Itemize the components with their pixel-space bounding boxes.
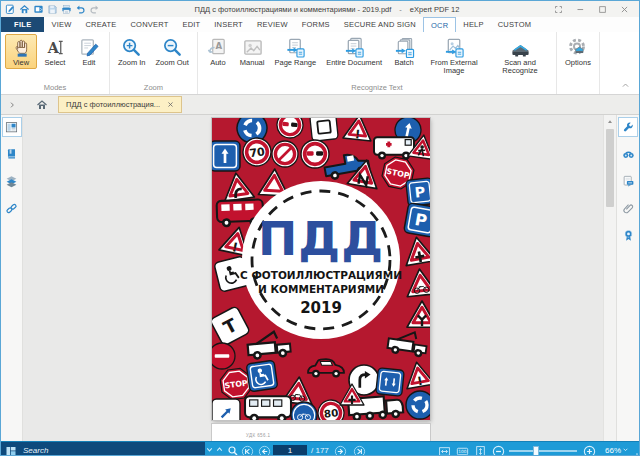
print-icon[interactable]: [61, 4, 72, 15]
ribbon-button-manual[interactable]: Manual: [236, 34, 269, 69]
menu-tab-help[interactable]: HELP: [456, 17, 490, 32]
next-page-icon[interactable]: [334, 445, 347, 456]
ribbon-button-zoom-out[interactable]: Zoom Out: [152, 34, 193, 69]
page-number-input[interactable]: 1: [273, 445, 307, 456]
actual-size-icon[interactable]: 100: [456, 445, 469, 456]
ribbon-button-zoom-in[interactable]: Zoom In: [114, 34, 150, 69]
undo-icon[interactable]: [75, 4, 86, 15]
options-icon: [567, 37, 588, 58]
ribbon-button-select[interactable]: ASelect: [39, 34, 71, 69]
vertical-scrollbar[interactable]: [603, 115, 616, 441]
application-window: ПДД с фотоиллюстрациями и комментариями …: [0, 0, 640, 456]
fit-width-icon[interactable]: [438, 445, 451, 456]
fit-page-icon[interactable]: [474, 445, 487, 456]
ribbon-button-label: Manual: [240, 59, 265, 67]
select-icon: A: [45, 37, 66, 58]
pages-panel-icon[interactable]: [5, 445, 17, 456]
window-title: ПДД с фотоиллюстрациями и комментариями …: [100, 5, 554, 14]
search-prev-icon[interactable]: [215, 445, 224, 456]
bookmarks-icon: [5, 148, 18, 161]
ribbon-button-edit[interactable]: Edit: [73, 34, 105, 69]
scrollbar-thumb[interactable]: [606, 129, 614, 207]
document-tab-bar: ПДД с фотоиллюстрация...: [1, 95, 639, 115]
tab-close-icon[interactable]: [167, 101, 174, 108]
maximize-icon[interactable]: [598, 5, 607, 14]
ribbon-button-view[interactable]: View: [5, 34, 37, 69]
search-magnifier-icon[interactable]: [227, 445, 239, 456]
left-panel-tab-links[interactable]: [2, 198, 22, 218]
ribbon-button-label: Auto: [210, 59, 225, 67]
save-icon[interactable]: [47, 4, 58, 15]
panel-expand-button[interactable]: [1, 101, 23, 109]
zoom-slider-handle[interactable]: [533, 446, 539, 456]
open-document-icon[interactable]: [33, 4, 44, 15]
close-icon[interactable]: [620, 5, 629, 14]
layers-icon: [5, 175, 18, 188]
ribbon-button-label: Scan and Recognize: [492, 59, 548, 75]
ribbon-button-options[interactable]: Options: [561, 34, 595, 69]
menu-tab-edit[interactable]: EDIT: [175, 17, 207, 32]
menu-tab-ocr[interactable]: OCR: [423, 17, 456, 32]
zoom-out-circle-icon[interactable]: [492, 445, 505, 456]
ocr-image-icon: [444, 37, 465, 58]
menu-tab-file[interactable]: FILE: [1, 17, 44, 32]
svg-text:С ФОТОИЛЛЮСТРАЦИЯМИ: С ФОТОИЛЛЮСТРАЦИЯМИ: [240, 269, 402, 281]
right-panel-tab-signatures[interactable]: [618, 225, 638, 245]
ribbon-button-auto[interactable]: AAuto: [202, 34, 234, 69]
ribbon-button-label: Select: [45, 59, 66, 67]
app-logo-icon[interactable]: [5, 4, 16, 15]
menu-bar: FILE VIEWCREATECONVERTEDITINSERTREVIEWFO…: [1, 17, 639, 32]
ribbon-button-label: Edit: [83, 59, 96, 67]
ribbon-button-from-external-image[interactable]: From External Image: [422, 34, 486, 77]
ribbon-button-page-range[interactable]: Page Range: [270, 34, 320, 69]
ribbon-button-scan-and-recognize[interactable]: Scan and Recognize: [488, 34, 552, 77]
signatures-icon: [622, 229, 635, 242]
zoom-in-icon: [121, 37, 142, 58]
menu-tab-review[interactable]: REVIEW: [250, 17, 295, 32]
ribbon: ViewASelectEditModesZoom InZoom OutZoomA…: [1, 32, 639, 95]
menu-tab-custom[interactable]: CUSTOM: [491, 17, 539, 32]
menu-tab-insert[interactable]: INSERT: [207, 17, 250, 32]
edit-icon: [79, 37, 100, 58]
fullscreen-icon[interactable]: [554, 5, 563, 14]
redo-icon[interactable]: [89, 4, 100, 15]
left-panel-tab-bookmarks[interactable]: [2, 144, 22, 164]
home-icon[interactable]: [19, 4, 30, 15]
first-page-icon[interactable]: [241, 445, 254, 456]
book-cover-art: !70STOPP!TSTOPP!80ПДДС ФОТОИЛЛЮСТРАЦИЯМИ…: [212, 118, 430, 420]
ribbon-button-batch[interactable]: Batch: [388, 34, 420, 69]
menu-tab-view[interactable]: VIEW: [44, 17, 78, 32]
previous-page-icon[interactable]: [258, 445, 271, 456]
left-panel-tab-thumbnails[interactable]: [2, 117, 22, 137]
ribbon-collapse-icon[interactable]: [621, 81, 630, 90]
left-panel-tab-layers[interactable]: [2, 171, 22, 191]
resize-grip-icon[interactable]: [631, 448, 640, 456]
right-panel-tab-comments[interactable]: [618, 171, 638, 191]
right-panel-tab-tools[interactable]: [618, 117, 638, 137]
zoom-in-circle-icon[interactable]: [583, 445, 596, 456]
right-panel-tab-attachments[interactable]: [618, 198, 638, 218]
document-tab[interactable]: ПДД с фотоиллюстрация...: [58, 96, 182, 113]
menu-tab-convert[interactable]: CONVERT: [124, 17, 176, 32]
menu-tab-create[interactable]: CREATE: [78, 17, 123, 32]
svg-text:ПДД: ПДД: [258, 211, 384, 266]
right-panel-tab-search[interactable]: [618, 144, 638, 164]
zoom-caret-icon[interactable]: [621, 445, 630, 456]
home-tab-icon[interactable]: [36, 99, 48, 111]
ribbon-group-label: [560, 82, 596, 94]
document-canvas: !70STOPP!TSTOPP!80ПДДС ФОТОИЛЛЮСТРАЦИЯМИ…: [23, 115, 603, 441]
ribbon-button-label: Zoom In: [118, 59, 146, 67]
manual-icon: [242, 37, 263, 58]
zoom-level-label[interactable]: 66%: [597, 446, 621, 455]
last-page-icon[interactable]: [353, 445, 366, 456]
zoom-out-icon: [162, 37, 183, 58]
ribbon-button-entire-document[interactable]: Entire Document: [322, 34, 386, 69]
search-next-icon[interactable]: [205, 445, 214, 456]
zoom-slider-track[interactable]: [509, 450, 577, 452]
menu-tab-forms[interactable]: FORMS: [295, 17, 337, 32]
scan-icon: [510, 37, 531, 58]
menu-tab-secure-and-sign[interactable]: SECURE AND SIGN: [337, 17, 423, 32]
scrollbar-up-icon[interactable]: [606, 118, 614, 126]
minimize-icon[interactable]: [576, 5, 585, 14]
search-placeholder[interactable]: Search: [23, 446, 48, 455]
